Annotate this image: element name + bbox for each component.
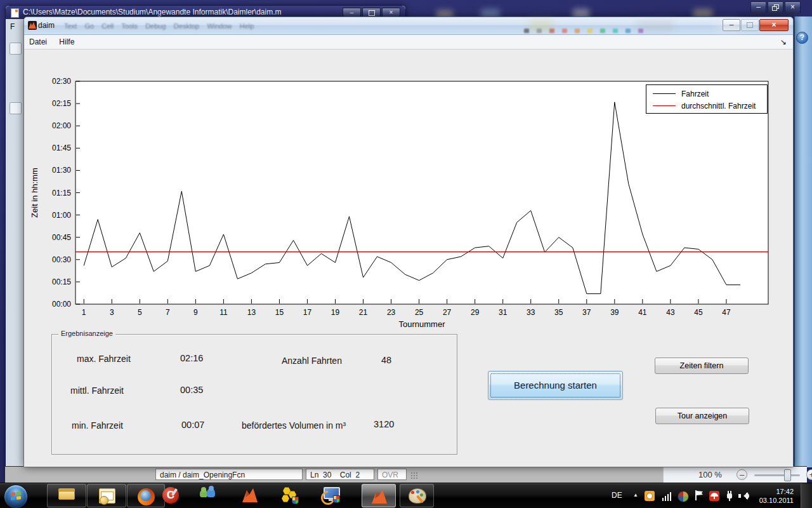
power-plug-icon[interactable] [724, 491, 735, 501]
dock-arrow-icon[interactable]: ↘ [780, 35, 787, 49]
figure-menubar: Datei Hilfe ↘ [24, 35, 793, 50]
volumen-label: befördertes Volumen in m³ [242, 420, 346, 431]
svg-text:15: 15 [275, 308, 284, 317]
figure-close-button[interactable]: × [759, 19, 789, 31]
palette-ghost [638, 29, 643, 33]
zoom-level: 100 % [698, 470, 722, 479]
maximize-icon [747, 22, 753, 28]
matlab-icon[interactable] [241, 487, 259, 506]
tray-expand-icon[interactable]: ▲ [633, 492, 638, 508]
zoom-in-button[interactable]: + [806, 469, 812, 480]
figure-minimize-button[interactable]: – [723, 19, 740, 31]
zoom-out-button[interactable]: – [737, 469, 747, 480]
svg-text:29: 29 [471, 308, 480, 317]
outlook-reminder-icon[interactable] [645, 491, 655, 501]
taskbar-matlab-active-button[interactable] [362, 484, 396, 507]
svg-text:47: 47 [722, 308, 731, 317]
statusbar-line-col: Ln 30 Col 2 [306, 469, 374, 480]
start-button[interactable] [4, 485, 28, 508]
background-window-controls: – × [750, 1, 801, 13]
background-window-edge: ? [794, 17, 812, 467]
close-button[interactable]: × [785, 1, 801, 13]
network-signal-icon[interactable] [662, 491, 672, 501]
language-indicator[interactable]: DE [612, 491, 622, 508]
figure-maximize-button[interactable] [741, 19, 759, 31]
ghost-editor-menu: Text Go Cell Tools Debug Desktop Window … [64, 17, 254, 34]
volumen-value: 3120 [374, 419, 394, 429]
taskbar-outlook-button[interactable] [87, 484, 126, 507]
close-icon: × [771, 20, 776, 29]
svg-text:31: 31 [499, 308, 508, 317]
time: 17:42 [776, 488, 794, 495]
avira-icon[interactable] [709, 491, 719, 501]
show-desktop-button[interactable] [801, 483, 812, 508]
editor-minimize-button[interactable]: – [343, 8, 361, 17]
max-fahrzeit-value: 02:16 [180, 353, 203, 363]
daim-figure-window: daim Text Go Cell Tools Debug Desktop Wi… [23, 17, 794, 467]
menu-hilfe[interactable]: Hilfe [54, 35, 79, 49]
close-icon: × [790, 3, 795, 11]
editor-menu-file-partial[interactable]: F [10, 22, 15, 31]
svg-text:37: 37 [582, 308, 591, 317]
palette-ghost [537, 29, 542, 33]
svg-text:45: 45 [694, 308, 703, 317]
svg-text:02:00: 02:00 [52, 121, 71, 130]
figure-client-area: 00:0000:1500:3000:4501:0001:1501:3001:45… [24, 50, 793, 467]
help-icon[interactable]: ? [796, 32, 808, 44]
date: 03.10.2011 [759, 497, 794, 504]
svg-text:27: 27 [443, 308, 452, 317]
anzahl-fahrten-label: Anzahl Fahrten [282, 356, 342, 366]
editor-toolbar-icon[interactable] [10, 102, 22, 114]
svg-text:9: 9 [193, 308, 198, 317]
zoom-slider-track[interactable] [754, 474, 800, 476]
clock[interactable]: 17:42 03.10.2011 [752, 487, 794, 505]
security-globe-icon[interactable] [678, 491, 689, 502]
palette-ghost [562, 29, 567, 33]
minimize-button[interactable]: – [750, 1, 766, 13]
palette-ghost [625, 29, 631, 33]
palette-ghost [524, 29, 529, 33]
statusbar: daim / daim_OpeningFcn Ln 30 Col 2 OVR 1… [5, 466, 807, 483]
svg-text:01:30: 01:30 [52, 166, 71, 175]
resize-grip[interactable] [410, 472, 418, 479]
tour-anzeigen-button[interactable]: Tour anzeigen [655, 408, 749, 424]
legend-label: durchschnittl. Fahrzeit [681, 102, 756, 110]
legend-entry: Fahrzeit [653, 88, 767, 100]
editor-close-button[interactable]: × [382, 8, 400, 17]
svg-text:Tournummer: Tournummer [399, 319, 446, 329]
svg-text:7: 7 [166, 308, 170, 317]
close-icon: × [390, 9, 393, 16]
svg-text:00:00: 00:00 [52, 300, 71, 309]
volume-icon[interactable] [738, 491, 750, 501]
taskbar-firefox-button[interactable] [127, 484, 165, 507]
max-fahrzeit-label: max. Fahrzeit [77, 354, 131, 364]
figure-titlebar[interactable]: daim Text Go Cell Tools Debug Desktop Wi… [24, 17, 793, 35]
palette-ghost [549, 29, 554, 33]
svg-text:5: 5 [138, 308, 142, 317]
mittl-fahrzeit-label: mittl. Fahrzeit [70, 385, 124, 396]
berechnung-starten-button[interactable]: Berechnung starten [488, 371, 623, 400]
zoom-slider-handle[interactable] [784, 469, 791, 481]
editor-toolbar-icon[interactable] [10, 43, 22, 55]
legend-entry: durchschnittl. Fahrzeit [653, 100, 767, 112]
svg-text:33: 33 [527, 308, 535, 317]
menu-datei[interactable]: Datei [24, 35, 52, 49]
paint-statusbar: 100 % – + [663, 467, 807, 483]
minimize-icon: – [756, 3, 761, 11]
palette-ghost [587, 29, 593, 33]
restore-button[interactable] [768, 1, 783, 13]
zeiten-filtern-button[interactable]: Zeiten filtern [655, 358, 749, 374]
action-center-flag-icon[interactable] [694, 490, 704, 502]
taskbar: C [0, 483, 812, 508]
svg-text:43: 43 [666, 308, 675, 317]
taskbar-paint-button[interactable] [400, 484, 434, 507]
svg-text:01:15: 01:15 [52, 189, 71, 197]
matlab-app-icon [28, 21, 37, 30]
statusbar-context: daim / daim_OpeningFcn [155, 469, 303, 480]
svg-text:25: 25 [415, 308, 424, 317]
min-fahrzeit-value: 00:07 [181, 420, 204, 430]
taskbar-explorer-button[interactable] [47, 484, 86, 507]
palette-ghost [613, 29, 618, 33]
svg-text:Zeit in hh:mm: Zeit in hh:mm [30, 168, 39, 218]
editor-maximize-button[interactable] [362, 8, 381, 17]
